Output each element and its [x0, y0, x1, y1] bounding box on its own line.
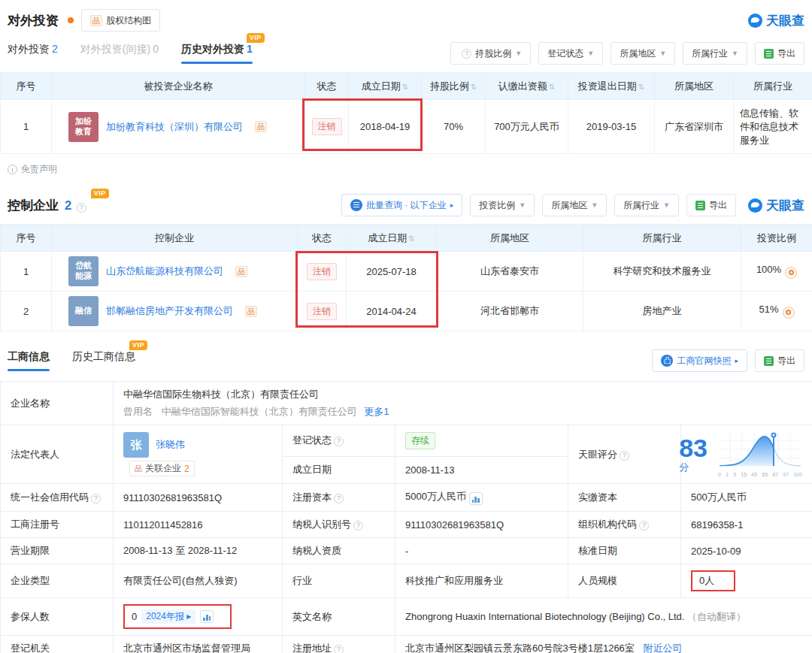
help-icon[interactable]: ? — [620, 451, 629, 461]
info-row-codes1: 统一社会信用代码? 91110302681963581Q 注册资本? 5000万… — [1, 484, 812, 512]
english-name: Zhongrong Huaxin International Biotechno… — [405, 611, 684, 622]
col-region: 所属地区 — [437, 225, 583, 252]
caret-down-icon: ▼ — [659, 50, 666, 57]
tab-outbound-indirect[interactable]: 对外投资(间接)0 — [80, 43, 159, 64]
official-snapshot-button[interactable]: 凸 工商官网快照▸ — [652, 349, 747, 372]
nearby-companies-link[interactable]: 附近公司 — [643, 642, 682, 653]
help-icon[interactable]: ? — [353, 521, 363, 531]
industry: 信息传输、软件和信息技术服务业 — [734, 100, 812, 154]
tianyancha-logo-text: 天眼查 — [766, 12, 804, 29]
help-icon[interactable]: ? — [334, 437, 344, 446]
field-label: 企业类型 — [1, 564, 114, 598]
help-icon[interactable]: ? — [77, 203, 86, 213]
auto-translate-note: （自动翻译） — [687, 611, 746, 622]
tab-business-info[interactable]: 工商信息 — [8, 350, 50, 371]
uscc-value: 91110302681963581Q — [114, 484, 283, 512]
batch-query-button[interactable]: 批量查询 · 以下企业▸ — [341, 194, 462, 216]
tab-history-business-info[interactable]: VIP 历史工商信息 — [72, 350, 135, 371]
sort-icon: ⇅ — [549, 83, 555, 91]
filter-industry[interactable]: 所属行业▼ — [614, 194, 679, 216]
capital-chart-icon[interactable] — [469, 492, 483, 505]
sort-icon: ⇅ — [471, 83, 477, 91]
tab-outbound-investment[interactable]: 对外投资2 — [8, 43, 58, 64]
company-name-link[interactable]: 山东岱航能源科技有限公司 — [106, 265, 223, 278]
col-region: 所属地区 — [655, 73, 734, 100]
legal-person-link[interactable]: 张晓伟 — [156, 438, 185, 452]
tab-history-outbound[interactable]: VIP 历史对外投资1 — [181, 43, 253, 64]
col-exit-date[interactable]: 投资退出日期⇅ — [568, 73, 655, 100]
export-button[interactable]: 导出 — [755, 349, 804, 372]
filter-registration-status[interactable]: 登记状态▼ — [538, 42, 603, 65]
penetration-icon[interactable] — [783, 307, 795, 319]
status-badge: 注销 — [307, 303, 337, 320]
col-established[interactable]: 成立日期⇅ — [349, 73, 422, 100]
vip-badge: VIP — [247, 33, 265, 43]
info-icon: i — [8, 165, 17, 174]
caret-right-icon: ▸ — [450, 201, 454, 209]
caret-down-icon: ▼ — [519, 201, 526, 209]
help-icon[interactable]: ? — [334, 645, 344, 653]
controlled-table-header-row: 序号 控制企业 状态 成立日期⇅ 所属地区 所属行业 投资比例 — [1, 225, 812, 252]
filter-shareholding-ratio[interactable]: ?持股比例▼ — [450, 42, 531, 65]
table-row: 1 加纷教育 加纷教育科技（深圳）有限公司 品 注销 2018-04-19 70… — [1, 100, 812, 154]
export-button[interactable]: 导出 — [686, 194, 736, 216]
equity-structure-icon[interactable]: 品 — [235, 266, 247, 277]
field-label: 天眼评分 — [578, 449, 617, 460]
field-label: 人员规模 — [568, 564, 681, 598]
tianyancha-logo-icon — [748, 198, 762, 213]
col-established[interactable]: 成立日期⇅ — [347, 225, 437, 252]
outbound-toolbar: 对外投资2 对外投资(间接)0 VIP 历史对外投资1 ?持股比例▼ 登记状态▼… — [0, 32, 812, 65]
controlled-header: 控制企业 2 VIP ? 批量查询 · 以下企业▸ 投资比例▼ 所属地区▼ 所属… — [0, 177, 812, 216]
taxpayer-id: 91110302681963581Q — [395, 512, 568, 538]
excel-icon — [764, 49, 774, 59]
col-capital[interactable]: 认缴出资额⇅ — [486, 73, 568, 100]
info-row-insured: 参保人数 0 2024年报 ▸ 英文名称 Zhongrong Huaxin In… — [1, 598, 812, 636]
filter-region[interactable]: 所属地区▼ — [542, 194, 607, 216]
business-info-table: 企业名称 中融华信国际生物科技（北京）有限责任公司 曾用名 中融华信国际智能科技… — [0, 381, 812, 653]
help-icon[interactable]: ? — [639, 521, 649, 531]
equity-structure-button[interactable]: 品 股权结构图 — [81, 9, 160, 32]
approval-date: 2025-10-09 — [681, 538, 812, 564]
more-link[interactable]: 更多1 — [364, 406, 389, 417]
outbound-filters: ?持股比例▼ 登记状态▼ 所属地区▼ 所属行业▼ 导出 — [450, 42, 804, 65]
staff-size-highlighted: 0人 — [691, 570, 735, 591]
related-companies-tag[interactable]: 品 关联企业 2 — [129, 461, 195, 476]
caret-down-icon: ▼ — [591, 201, 598, 209]
field-label: 行业 — [283, 564, 395, 598]
company-name-link[interactable]: 邯郸融信房地产开发有限公司 — [106, 304, 233, 318]
disclaimer[interactable]: i免责声明 — [0, 154, 812, 177]
col-industry: 所属行业 — [583, 225, 741, 252]
export-button[interactable]: 导出 — [755, 42, 804, 65]
penetration-icon[interactable] — [785, 267, 797, 279]
outbound-header: 对外投资 品 股权结构图 天眼查 — [0, 0, 812, 32]
taxpayer-qualification: - — [395, 538, 568, 564]
field-label: 法定代表人 — [1, 425, 114, 484]
col-investee-name: 被投资企业名称 — [52, 73, 305, 100]
col-index: 序号 — [1, 225, 52, 252]
outbound-table-wrap: 序号 被投资企业名称 状态 成立日期⇅ 持股比例⇅ 认缴出资额⇅ 投资退出日期⇅… — [0, 72, 812, 154]
caret-down-icon: ▼ — [663, 201, 670, 209]
caret-down-icon: ▼ — [587, 50, 594, 57]
equity-structure-icon[interactable]: 品 — [255, 121, 267, 132]
score-axis-ticks: 0151545658797100 — [718, 472, 802, 477]
insured-chart-icon[interactable] — [200, 610, 214, 623]
field-label: 实缴资本 — [568, 484, 681, 512]
help-icon[interactable]: ? — [334, 494, 344, 503]
field-label: 营业期限 — [1, 538, 114, 564]
col-ratio[interactable]: 持股比例⇅ — [422, 73, 486, 100]
help-icon[interactable]: ? — [91, 494, 101, 503]
field-label: 核准日期 — [568, 538, 681, 564]
filter-industry[interactable]: 所属行业▼ — [683, 42, 747, 65]
page: 对外投资 品 股权结构图 天眼查 对外投资2 对外投资(间接)0 VIP 历史对… — [0, 0, 812, 653]
field-label: 参保人数 — [1, 598, 114, 636]
tianyan-score[interactable]: 83分 — [691, 431, 802, 477]
equity-structure-icon[interactable]: 品 — [245, 306, 257, 317]
filter-investment-ratio[interactable]: 投资比例▼ — [470, 194, 535, 216]
snapshot-icon: 凸 — [661, 355, 673, 367]
company-name-link[interactable]: 加纷教育科技（深圳）有限公司 — [106, 120, 243, 134]
equity-structure-label: 股权结构图 — [106, 14, 151, 27]
filter-region[interactable]: 所属地区▼ — [611, 42, 675, 65]
exit-date: 2019-03-15 — [568, 100, 655, 154]
annual-report-link[interactable]: 2024年报 ▸ — [141, 609, 195, 624]
tianyancha-logo-icon — [748, 14, 762, 28]
